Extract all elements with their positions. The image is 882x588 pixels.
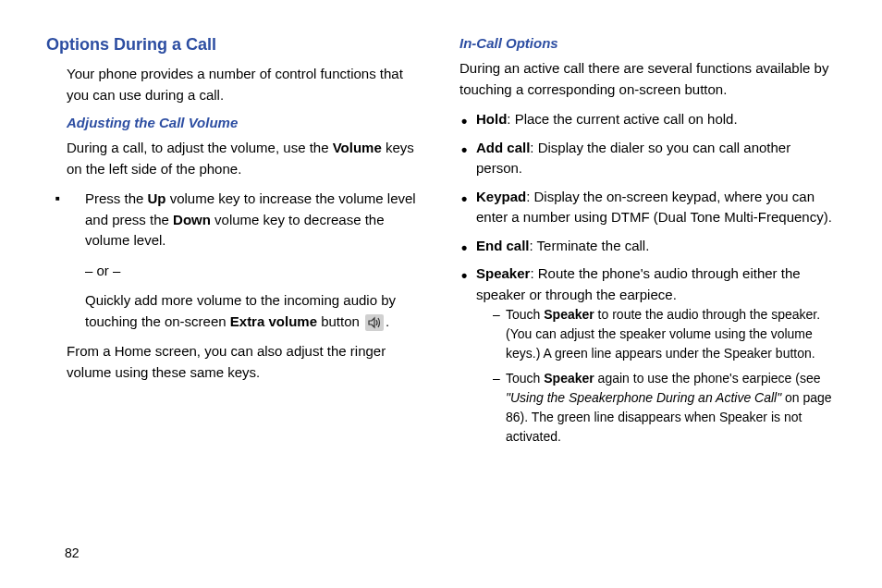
dash-item: Touch Speaker to route the audio through… — [493, 305, 836, 363]
right-column: In-Call Options During an active call th… — [459, 35, 836, 454]
speaker-sublist: Touch Speaker to route the audio through… — [493, 305, 836, 447]
home-screen-paragraph: From a Home screen, you can also adjust … — [67, 341, 423, 383]
list-item: Hold: Place the current active call on h… — [459, 109, 836, 130]
dash-item: Touch Speaker again to use the phone's e… — [493, 369, 836, 447]
subsection-heading-incall: In-Call Options — [459, 35, 836, 51]
incall-intro: During an active call there are several … — [459, 58, 836, 100]
page-number: 82 — [65, 545, 80, 560]
list-item-speaker: Speaker: Route the phone's audio through… — [459, 263, 836, 447]
list-item: End call: Terminate the call. — [459, 236, 836, 257]
bullet-extra-volume: Quickly add more volume to the incoming … — [85, 290, 423, 332]
list-item: Add call: Display the dialer so you can … — [459, 138, 836, 179]
extra-volume-icon — [365, 314, 384, 331]
left-column: Options During a Call Your phone provide… — [46, 35, 423, 454]
or-separator: – or – — [85, 261, 423, 282]
intro-paragraph: Your phone provides a number of control … — [67, 64, 423, 105]
incall-options-list: Hold: Place the current active call on h… — [459, 109, 836, 447]
section-heading: Options During a Call — [46, 35, 423, 55]
bullet-volume-keys: Press the Up volume key to increase the … — [55, 189, 423, 251]
page-content: Options During a Call Your phone provide… — [46, 35, 836, 454]
subsection-heading: Adjusting the Call Volume — [67, 115, 423, 130]
volume-paragraph: During a call, to adjust the volume, use… — [67, 138, 423, 179]
list-item: Keypad: Display the on-screen keypad, wh… — [459, 187, 836, 228]
